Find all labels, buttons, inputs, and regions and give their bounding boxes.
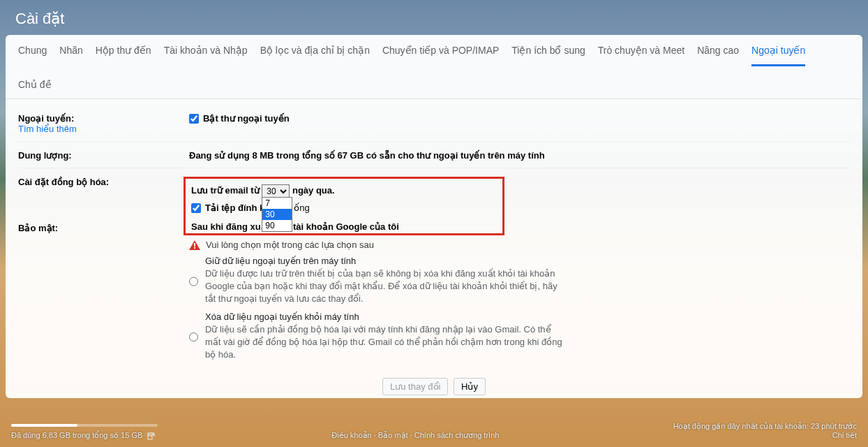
- activity-details-link[interactable]: Chi tiết: [832, 431, 857, 439]
- button-row: Lưu thay đổi Hủy: [18, 371, 850, 402]
- settings-panel: ChungNhãnHộp thư đếnTài khoản và NhậpBộ …: [6, 35, 862, 398]
- tab-ngo-i-tuy-n[interactable]: Ngoại tuyến: [751, 45, 805, 66]
- days-select[interactable]: 30: [262, 184, 290, 198]
- attachments-checkbox-label[interactable]: Tải tệp đính k ống: [191, 203, 497, 213]
- enable-offline-checkbox-label[interactable]: Bật thư ngoại tuyến: [189, 113, 850, 124]
- tab-b-l-c-v-a-ch-b-ch-n[interactable]: Bộ lọc và địa chỉ bị chặn: [260, 45, 370, 66]
- days-dropdown: 7 30 90: [262, 197, 292, 232]
- storage-bar: [11, 424, 158, 427]
- days-option-30[interactable]: 30: [262, 209, 292, 220]
- tab-ti-n-ch-b-sung[interactable]: Tiện ích bổ sung: [511, 45, 585, 66]
- remove-data-option[interactable]: Xóa dữ liệu ngoại tuyến khỏi máy tính Dữ…: [189, 312, 566, 362]
- security-heading: Sau khi đăng xuất khỏi tài khoản Google …: [191, 221, 497, 232]
- settings-body: Ngoại tuyến: Tìm hiểu thêm Bật thư ngoại…: [6, 99, 862, 412]
- offline-row: Ngoại tuyến: Tìm hiểu thêm Bật thư ngoại…: [18, 109, 850, 138]
- keep-data-option[interactable]: Giữ dữ liệu ngoại tuyến trên máy tính Dữ…: [189, 256, 566, 306]
- warning-icon: [189, 240, 200, 250]
- tab-ch-[interactable]: Chủ đề: [18, 79, 52, 98]
- tab-chung[interactable]: Chung: [18, 45, 47, 66]
- footer-links[interactable]: Điều khoản · Bảo mật · Chính sách chương…: [331, 431, 499, 440]
- keep-data-radio[interactable]: [189, 257, 198, 306]
- days-option-90[interactable]: 90: [262, 220, 292, 231]
- remove-data-radio[interactable]: [189, 313, 198, 362]
- settings-header: Cài đặt: [0, 0, 868, 35]
- days-option-7[interactable]: 7: [262, 198, 292, 209]
- storage-text: Đang sử dụng 8 MB trong tổng số 67 GB có…: [189, 150, 850, 161]
- footer-storage: Đã dùng 6,83 GB trong tổng số 15 GB: [11, 424, 158, 440]
- storage-label: Dung lượng:: [18, 150, 189, 161]
- enable-offline-checkbox[interactable]: [189, 114, 199, 124]
- tab-n-ng-cao[interactable]: Nâng cao: [697, 45, 739, 66]
- footer: Đã dùng 6,83 GB trong tổng số 15 GB Điều…: [0, 418, 868, 447]
- learn-more-link[interactable]: Tìm hiểu thêm: [18, 124, 77, 134]
- tabs-bar: ChungNhãnHộp thư đếnTài khoản và NhậpBộ …: [6, 35, 862, 99]
- tab-chuy-n-ti-p-v-pop-imap[interactable]: Chuyển tiếp và POP/IMAP: [382, 45, 499, 66]
- offline-label: Ngoại tuyến: Tìm hiểu thêm: [18, 113, 189, 134]
- save-button[interactable]: Lưu thay đổi: [382, 378, 448, 395]
- footer-activity: Hoạt động gần đây nhất của tài khoản: 23…: [673, 422, 857, 440]
- highlight-box: Lưu trữ email từ 30 7 30 90 ngày qua.: [184, 177, 504, 235]
- svg-rect-1: [194, 247, 195, 249]
- external-link-icon[interactable]: [147, 432, 155, 440]
- svg-rect-0: [194, 243, 195, 247]
- storage-row: Dung lượng: Đang sử dụng 8 MB trong tổng…: [18, 141, 850, 165]
- tab-h-p-th-n[interactable]: Hộp thư đến: [96, 45, 151, 66]
- security-label: Bảo mật:: [18, 223, 189, 233]
- attachments-checkbox[interactable]: [191, 203, 201, 213]
- sync-label: Cài đặt đồng bộ hóa:: [18, 177, 189, 187]
- tab-tr-chuy-n-v-meet[interactable]: Trò chuyện và Meet: [598, 45, 684, 66]
- warning-line: Vui lòng chọn một trong các lựa chọn sau: [189, 240, 850, 250]
- page-title: Cài đặt: [15, 10, 853, 28]
- cancel-button[interactable]: Hủy: [454, 378, 486, 395]
- tab-nh-n[interactable]: Nhãn: [59, 45, 82, 66]
- tab-t-i-kho-n-v-nh-p[interactable]: Tài khoản và Nhập: [164, 45, 248, 66]
- security-row: Bảo mật: Vui lòng chọn một trong các lựa…: [18, 240, 850, 371]
